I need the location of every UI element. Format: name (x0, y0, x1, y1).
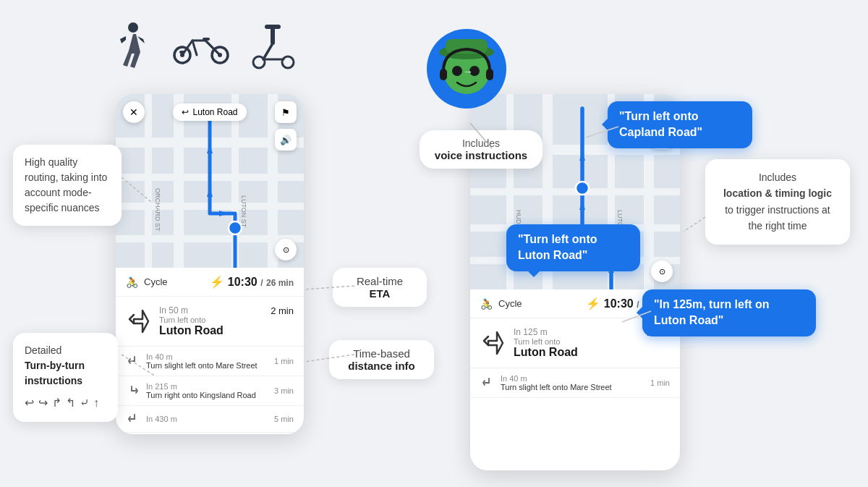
right-locate-button[interactable]: ⊙ (651, 261, 673, 282)
flag-button[interactable]: ⚑ (275, 101, 297, 123)
cycle-icon: 🚴 (126, 276, 138, 288)
eta-bar: 🚴 Cycle ⚡ 10:30 / 26 min (116, 268, 304, 297)
slight-left-icon-3 (126, 412, 140, 426)
secondary-instruction-3-text: In 430 m (146, 415, 177, 423)
right-cycle-icon: 🚴 (480, 298, 493, 310)
125m-bubble-text: "In 125m, turn left on Luton Road" (654, 298, 770, 326)
direction-tag: ↩ Luton Road (173, 103, 246, 121)
svg-rect-50 (486, 69, 493, 80)
voice-bubble-prefix: Includes (433, 137, 529, 149)
transport-mode: Cycle (144, 276, 168, 287)
turn-by-turn-title: Detailed Turn-by-turn instructions (25, 343, 106, 389)
right-transport-mode: Cycle (498, 298, 522, 309)
right-secondary-text: In 40 m Turn slight left onto Mare Stree… (501, 374, 612, 391)
secondary-instruction-3: In 430 m 5 min (116, 406, 304, 433)
voice-instructions-bubble: Includes voice instructions (420, 130, 542, 169)
left-phone-card: LUTON ST ORCHARD ST ✕ ↩ Luton Road ⚑ 🔊 ⊙… (116, 94, 304, 434)
right-turn-left-icon (480, 330, 506, 356)
locate-button[interactable]: ⊙ (275, 239, 297, 261)
svg-point-9 (253, 56, 265, 68)
turn-icon-2: ↪ (38, 394, 48, 412)
turn-icon-1: ↩ (25, 394, 34, 412)
svg-line-58 (684, 217, 705, 232)
right-main-instruction-text: In 125 m Turn left onto Luton Road (514, 327, 578, 359)
turn-icon-3: ↱ (52, 394, 61, 412)
capland-bubble-text: "Turn left onto Capland Road" (619, 110, 702, 138)
125m-speech-bubble: "In 125m, turn left on Luton Road" (642, 289, 816, 336)
svg-point-46 (452, 66, 462, 76)
scooter-icon (252, 22, 295, 77)
svg-rect-45 (446, 39, 488, 54)
luton-speech-bubble: "Turn left onto Luton Road" (506, 224, 640, 271)
main-instruction-mins: 2 min (271, 305, 294, 316)
right-secondary-instruction-1: In 40 m Turn slight left onto Mare Stree… (470, 368, 680, 398)
capland-speech-bubble: "Turn left onto Capland Road" (608, 101, 752, 148)
slight-left-icon (126, 354, 140, 368)
right-slight-left-icon (480, 376, 495, 390)
svg-text:→: → (463, 66, 473, 77)
character-avatar: → (427, 29, 506, 109)
secondary-instruction-2: In 215 m Turn right onto Kingsland Road … (116, 376, 304, 406)
location-timing-callout: Includes location & timing logic to trig… (705, 159, 850, 245)
close-button[interactable]: ✕ (123, 101, 145, 123)
transport-icons-row (116, 22, 295, 77)
main-instruction-text: In 50 m Turn left onto Luton Road (159, 305, 224, 337)
svg-rect-6 (179, 51, 185, 54)
secondary-instruction-1-text: In 40 m Turn slight left onto Mare Stree… (146, 352, 258, 370)
avatar-circle: → (427, 29, 506, 109)
routing-callout-text: High quality routing, taking into accoun… (25, 155, 110, 216)
timebased-callout: Time-based distance info (329, 340, 434, 379)
secondary-instruction-1: In 40 m Turn slight left onto Mare Stree… (116, 347, 304, 376)
right-turn-icon (126, 384, 140, 398)
pedestrian-icon (116, 22, 150, 77)
voice-bubble-bold: voice instructions (433, 149, 529, 161)
eta-display: ⚡ 10:30 / 26 min (210, 275, 294, 289)
turn-left-icon-big (126, 308, 152, 334)
turn-icon-5: ⤶ (80, 394, 89, 412)
main-instruction-row: In 50 m Turn left onto Luton Road 2 min (116, 297, 304, 347)
volume-button[interactable]: 🔊 (275, 129, 297, 151)
svg-rect-49 (440, 69, 447, 80)
svg-point-23 (229, 221, 242, 234)
svg-text:LUTON ST: LUTON ST (240, 195, 247, 228)
luton-bubble-text: "Turn left onto Luton Road" (518, 233, 597, 261)
bicycle-icon (172, 27, 230, 71)
map-top-bar: ✕ ↩ Luton Road ⚑ (123, 101, 297, 123)
location-timing-text: Includes location & timing logic to trig… (717, 169, 838, 234)
routing-callout: High quality routing, taking into accoun… (13, 145, 122, 226)
left-map-area: LUTON ST ORCHARD ST ✕ ↩ Luton Road ⚑ 🔊 ⊙ (116, 94, 304, 268)
turn-by-turn-callout: Detailed Turn-by-turn instructions ↩ ↪ ↱… (13, 333, 118, 422)
svg-point-10 (282, 56, 294, 68)
svg-rect-5 (203, 38, 210, 41)
svg-rect-8 (265, 25, 281, 29)
turn-icons-row: ↩ ↪ ↱ ↰ ⤶ ↑ (25, 394, 106, 412)
secondary-instruction-2-text: In 215 m Turn right onto Kingsland Road (146, 382, 256, 399)
realtime-eta-callout: Real-time ETA (333, 268, 427, 307)
svg-text:ORCHARD ST: ORCHARD ST (154, 188, 161, 232)
svg-point-0 (128, 22, 138, 33)
turn-icon-6: ↑ (93, 394, 99, 412)
turn-icon-4: ↰ (66, 394, 75, 412)
svg-point-39 (576, 182, 589, 195)
